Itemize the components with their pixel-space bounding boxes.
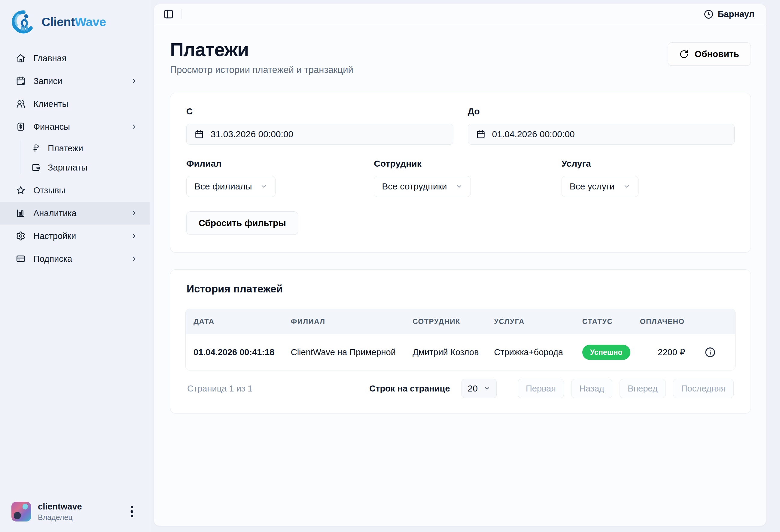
filter-employee-label: Сотрудник xyxy=(374,159,547,169)
ruble-icon xyxy=(32,144,41,153)
date-to-value: 01.04.2026 00:00:00 xyxy=(492,129,575,139)
date-from-value: 31.03.2026 00:00:00 xyxy=(211,129,293,139)
bar-chart-icon xyxy=(16,208,26,218)
brand-logo-icon xyxy=(11,10,36,34)
calendar-icon xyxy=(476,129,486,139)
sidebar-item-settings[interactable]: Настройки xyxy=(0,224,150,248)
chevron-down-icon xyxy=(455,183,463,190)
date-to-input[interactable]: 01.04.2026 00:00:00 xyxy=(468,124,735,145)
finance-icon xyxy=(16,122,26,131)
chevron-down-icon xyxy=(260,183,267,190)
page-title: Платежи xyxy=(170,39,353,60)
history-title: История платежей xyxy=(187,283,736,295)
sidebar-item-subscription[interactable]: Подписка xyxy=(0,248,150,270)
pagination: Страница 1 из 1 Строк на странице 20 Пер… xyxy=(185,379,736,398)
brand-name: ClientWave xyxy=(42,15,106,29)
sidebar-toggle-button[interactable] xyxy=(162,7,175,21)
last-page-button[interactable]: Последняя xyxy=(673,379,734,398)
payment-history-card: История платежей ДАТА ФИЛИАЛ СОТРУДНИК У… xyxy=(170,269,751,413)
topbar-divider xyxy=(181,9,182,19)
chevron-right-icon xyxy=(130,77,138,85)
home-icon xyxy=(16,53,26,63)
cell-service: Стрижка+борода xyxy=(486,334,575,370)
filter-service-label: Услуга xyxy=(562,159,735,169)
date-from-input[interactable]: 31.03.2026 00:00:00 xyxy=(186,124,453,145)
users-icon xyxy=(16,99,26,109)
filter-employee: Сотрудник Все сотрудники xyxy=(374,159,547,197)
filters-card: С 31.03.2026 00:00:00 До 01.04.2026 00:0… xyxy=(170,93,751,253)
topbar: Барнаул xyxy=(154,4,766,24)
user-avatar xyxy=(11,502,31,522)
gear-icon xyxy=(16,231,26,241)
filter-to: До 01.04.2026 00:00:00 xyxy=(468,106,735,145)
sidebar: ClientWave Главная Записи Клиенты xyxy=(0,0,150,532)
page-subtitle: Просмотр истории платежей и транзакций xyxy=(170,64,353,75)
sidebar-item-clients[interactable]: Клиенты xyxy=(0,93,150,115)
filter-from: С 31.03.2026 00:00:00 xyxy=(186,106,453,145)
rows-per-page-select[interactable]: 20 xyxy=(461,379,497,398)
filter-to-label: До xyxy=(468,106,735,116)
location-label: Барнаул xyxy=(718,9,755,19)
sidebar-item-label: Финансы xyxy=(33,122,122,132)
sidebar-item-label: Настройки xyxy=(33,231,122,241)
cell-actions xyxy=(685,334,735,370)
sidebar-item-analytics[interactable]: Аналитика xyxy=(0,202,150,224)
sidebar-item-appointments[interactable]: Записи xyxy=(0,70,150,93)
reset-filters-button[interactable]: Сбросить фильтры xyxy=(186,211,298,235)
star-icon xyxy=(16,185,26,195)
calendar-icon xyxy=(194,129,204,139)
brand: ClientWave xyxy=(0,0,150,34)
service-select-value: Все услуги xyxy=(570,181,615,192)
page-header-text: Платежи Просмотр истории платежей и тран… xyxy=(170,39,353,75)
sidebar-item-home[interactable]: Главная xyxy=(0,47,150,70)
sidebar-item-label: Клиенты xyxy=(33,99,138,109)
table-row[interactable]: 01.04.2026 00:41:18 ClientWave на Пример… xyxy=(186,334,735,370)
user-name: clientwave xyxy=(38,501,119,512)
sidebar-item-label: Зарплаты xyxy=(48,163,150,173)
location-indicator[interactable]: Барнаул xyxy=(704,9,755,19)
user-footer: clientwave Владелец xyxy=(0,493,150,532)
cell-branch: ClientWave на Примерной xyxy=(283,334,405,370)
prev-page-button[interactable]: Назад xyxy=(571,379,612,398)
user-meta: clientwave Владелец xyxy=(38,501,119,522)
row-info-button[interactable] xyxy=(704,345,717,359)
branch-select-value: Все филиалы xyxy=(194,181,252,192)
column-header-branch: ФИЛИАЛ xyxy=(283,309,405,334)
column-header-actions xyxy=(685,309,735,334)
chevron-right-icon xyxy=(130,123,138,130)
pagination-buttons: Первая Назад Вперед Последняя xyxy=(518,379,734,398)
user-menu-button[interactable] xyxy=(126,505,138,519)
clock-icon xyxy=(704,9,714,19)
cell-employee: Дмитрий Козлов xyxy=(405,334,486,370)
finance-submenu: Платежи Зарплаты xyxy=(0,139,150,177)
first-page-button[interactable]: Первая xyxy=(518,379,564,398)
filter-branch-label: Филиал xyxy=(186,159,359,169)
calendar-plus-icon xyxy=(16,76,26,86)
rows-per-page-label: Строк на странице xyxy=(369,384,450,393)
sidebar-nav: Главная Записи Клиенты Финансы xyxy=(0,47,150,270)
payments-table: ДАТА ФИЛИАЛ СОТРУДНИК УСЛУГА СТАТУС ОПЛА… xyxy=(185,309,736,370)
service-select[interactable]: Все услуги xyxy=(562,176,638,197)
main-panel: Барнаул Платежи Просмотр истории платеже… xyxy=(154,4,766,526)
column-header-employee: СОТРУДНИК xyxy=(405,309,486,334)
branch-select[interactable]: Все филиалы xyxy=(186,176,276,197)
sidebar-item-label: Аналитика xyxy=(33,208,122,218)
page-content: Платежи Просмотр истории платежей и тран… xyxy=(154,24,766,526)
sidebar-item-label: Подписка xyxy=(33,254,122,264)
sidebar-item-label: Платежи xyxy=(48,144,150,153)
column-header-paid: ОПЛАЧЕНО xyxy=(632,309,685,334)
chevron-right-icon xyxy=(130,255,138,263)
sidebar-item-payments[interactable]: Платежи xyxy=(0,139,150,158)
cell-date: 01.04.2026 00:41:18 xyxy=(186,334,283,370)
refresh-button[interactable]: Обновить xyxy=(668,42,751,66)
credit-card-icon xyxy=(16,254,26,264)
filter-service: Услуга Все услуги xyxy=(562,159,735,197)
sidebar-item-finance[interactable]: Финансы xyxy=(0,115,150,138)
sidebar-item-label: Записи xyxy=(33,76,122,86)
table-header-row: ДАТА ФИЛИАЛ СОТРУДНИК УСЛУГА СТАТУС ОПЛА… xyxy=(186,309,735,334)
cell-paid: 2200 ₽ xyxy=(632,334,685,370)
employee-select[interactable]: Все сотрудники xyxy=(374,176,471,197)
next-page-button[interactable]: Вперед xyxy=(620,379,666,398)
sidebar-item-salaries[interactable]: Зарплаты xyxy=(0,158,150,177)
sidebar-item-reviews[interactable]: Отзывы xyxy=(0,179,150,202)
